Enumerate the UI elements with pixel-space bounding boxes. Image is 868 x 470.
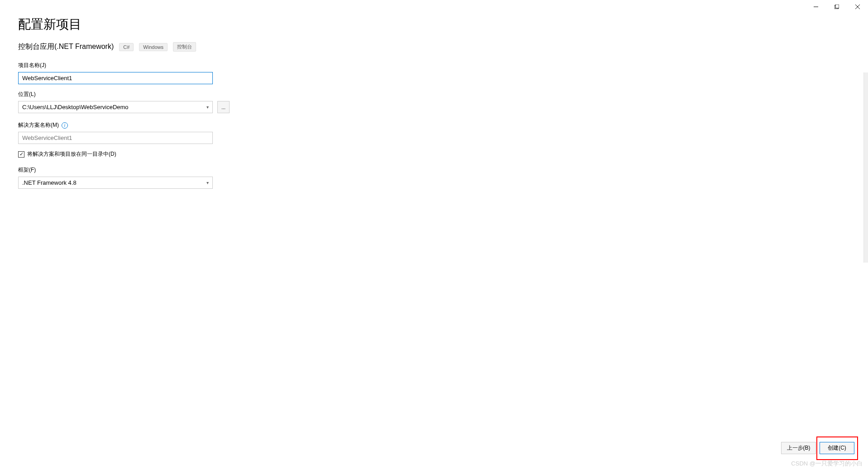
content-area: 配置新项目 控制台应用(.NET Framework) C# Windows 控…	[0, 0, 868, 189]
browse-button[interactable]: ...	[217, 101, 230, 113]
subtitle-row: 控制台应用(.NET Framework) C# Windows 控制台	[18, 42, 850, 52]
location-row: C:\Users\LLJ\Desktop\WebServiceDemo ▾ ..…	[18, 101, 850, 113]
minimize-button[interactable]	[806, 0, 826, 14]
tag-windows: Windows	[139, 43, 168, 51]
project-type-subtitle: 控制台应用(.NET Framework)	[18, 42, 114, 52]
maximize-button[interactable]	[826, 0, 847, 14]
framework-select[interactable]: .NET Framework 4.8 ▾	[18, 177, 213, 189]
tag-console: 控制台	[173, 42, 196, 52]
framework-value: .NET Framework 4.8	[22, 179, 77, 186]
chevron-down-icon: ▾	[206, 105, 209, 110]
project-name-input[interactable]	[18, 72, 213, 84]
watermark: CSDN @一只爱学习的小白	[791, 460, 863, 468]
location-value: C:\Users\LLJ\Desktop\WebServiceDemo	[22, 104, 129, 110]
solution-name-label-text: 解决方案名称(M)	[18, 121, 59, 129]
close-button[interactable]	[847, 0, 868, 14]
location-label: 位置(L)	[18, 91, 850, 98]
svg-rect-2	[835, 5, 839, 8]
chevron-down-icon: ▾	[206, 180, 209, 185]
info-icon[interactable]: i	[62, 122, 68, 129]
solution-name-input	[18, 132, 213, 144]
same-directory-checkbox[interactable]	[18, 151, 24, 158]
create-button[interactable]: 创建(C)	[820, 442, 854, 454]
solution-name-label: 解决方案名称(M) i	[18, 121, 850, 129]
location-select[interactable]: C:\Users\LLJ\Desktop\WebServiceDemo ▾	[18, 101, 213, 113]
same-directory-row: 将解决方案和项目放在同一目录中(D)	[18, 150, 850, 158]
scrollbar[interactable]	[863, 72, 868, 263]
tag-csharp: C#	[119, 43, 134, 51]
project-name-label: 项目名称(J)	[18, 62, 850, 69]
page-title: 配置新项目	[18, 16, 850, 33]
footer-buttons: 上一步(B) 创建(C)	[781, 442, 854, 454]
window-controls	[806, 0, 868, 14]
back-button[interactable]: 上一步(B)	[781, 442, 816, 454]
framework-label: 框架(F)	[18, 166, 850, 174]
same-directory-label: 将解决方案和项目放在同一目录中(D)	[27, 150, 116, 158]
